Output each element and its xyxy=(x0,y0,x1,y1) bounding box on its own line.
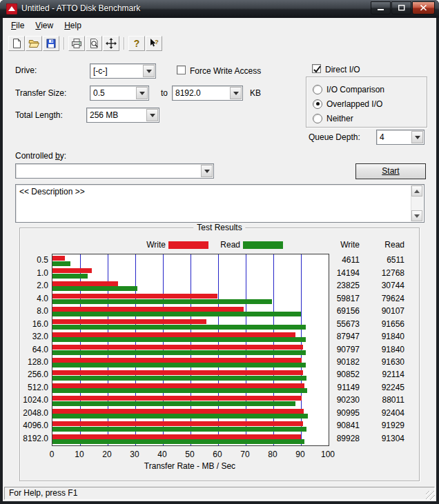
chevron-down-icon[interactable] xyxy=(146,109,158,121)
value-read: 88011 xyxy=(382,395,404,405)
x-tick-label: 70 xyxy=(240,450,249,459)
bar-read xyxy=(52,388,307,393)
new-button[interactable] xyxy=(8,36,25,51)
menu-file[interactable]: File xyxy=(6,19,30,32)
x-tick-label: 20 xyxy=(102,450,111,459)
print-icon xyxy=(71,38,82,49)
description-scrollbar[interactable] xyxy=(411,185,423,221)
value-read: 91304 xyxy=(382,434,404,443)
value-read: 90107 xyxy=(382,306,404,316)
force-write-access-checkbox[interactable] xyxy=(177,65,186,74)
print-button[interactable] xyxy=(68,36,85,51)
value-read: 6511 xyxy=(387,255,404,265)
scroll-up-icon[interactable] xyxy=(411,185,422,196)
category-label: 16.0 xyxy=(32,319,48,329)
x-axis-title: Transfer Rate - MB / Sec xyxy=(52,461,328,471)
transfer-size-label: Transfer Size: xyxy=(15,88,66,98)
bar-read xyxy=(52,363,306,367)
bar-read xyxy=(52,261,70,266)
value-read: 92114 xyxy=(382,370,404,379)
x-tick-label: 10 xyxy=(75,450,84,459)
radio-circle-icon[interactable] xyxy=(313,85,322,94)
bar-write xyxy=(52,294,217,299)
x-tick-label: 30 xyxy=(130,450,139,459)
menu-view[interactable]: View xyxy=(30,19,59,32)
close-button[interactable] xyxy=(412,1,435,14)
radio-label: Overlapped I/O xyxy=(326,99,382,109)
radio-circle-icon[interactable] xyxy=(313,99,322,109)
toolbar-separator xyxy=(124,37,124,50)
save-icon xyxy=(46,38,57,49)
menu-help[interactable]: Help xyxy=(59,19,87,32)
radio-overlapped-i-o[interactable]: Overlapped I/O xyxy=(313,97,427,111)
radio-label: I/O Comparison xyxy=(326,85,384,94)
chevron-down-icon[interactable] xyxy=(411,131,423,143)
category-label: 2048.0 xyxy=(23,408,48,418)
description-text: << Description >> xyxy=(19,187,85,196)
transfer-size-from-value: 0.5 xyxy=(93,86,105,100)
bar-write xyxy=(52,409,304,414)
maximize-icon xyxy=(398,5,405,11)
x-tick-label: 60 xyxy=(213,450,222,459)
value-read: 91630 xyxy=(382,357,404,367)
start-button[interactable]: Start xyxy=(355,163,426,179)
bar-read xyxy=(52,414,308,419)
category-label: 4096.0 xyxy=(23,421,48,430)
chevron-down-icon[interactable] xyxy=(230,87,242,99)
svg-text:?: ? xyxy=(155,39,159,46)
value-read: 12768 xyxy=(382,268,404,278)
value-read: 30744 xyxy=(382,281,404,290)
radio-neither[interactable]: Neither xyxy=(313,111,427,125)
write-values-column: 4611141942382559817691565567387947907979… xyxy=(311,254,360,445)
drive-select[interactable]: [-c-] xyxy=(90,63,156,79)
category-label: 512.0 xyxy=(28,383,48,392)
bar-write xyxy=(52,370,303,375)
force-write-access-label: Force Write Access xyxy=(190,66,261,76)
value-read: 92404 xyxy=(382,408,404,418)
category-label: 2.0 xyxy=(37,281,48,290)
transfer-size-to-value: 8192.0 xyxy=(175,86,201,100)
bar-read xyxy=(52,337,306,342)
direct-io-label: Direct I/O xyxy=(325,65,360,74)
scroll-down-icon[interactable] xyxy=(411,210,422,221)
bar-read xyxy=(52,312,301,316)
read-column-header: Read xyxy=(356,240,404,250)
open-folder-icon xyxy=(28,38,39,49)
bar-read xyxy=(52,376,306,381)
chevron-down-icon[interactable] xyxy=(201,165,213,177)
chevron-down-icon[interactable] xyxy=(143,65,155,77)
context-help-button[interactable]: ? xyxy=(146,36,162,51)
print-preview-button[interactable] xyxy=(86,36,102,51)
transfer-size-from-select[interactable]: 0.5 xyxy=(90,85,149,101)
queue-depth-select[interactable]: 4 xyxy=(376,130,425,145)
bar-chart-plot xyxy=(52,254,329,446)
direct-io-checkbox[interactable] xyxy=(312,64,321,73)
pan-button[interactable] xyxy=(103,36,119,51)
chevron-down-icon[interactable] xyxy=(136,87,148,99)
drive-value: [-c-] xyxy=(93,64,108,78)
x-tick-label: 0 xyxy=(50,450,55,459)
bar-write xyxy=(52,421,303,426)
x-tick-label: 90 xyxy=(295,450,304,459)
description-box[interactable]: << Description >> xyxy=(15,184,425,223)
status-text: For Help, press F1 xyxy=(4,487,435,500)
controlled-by-select[interactable] xyxy=(15,163,214,179)
to-label: to xyxy=(161,88,168,98)
save-button[interactable] xyxy=(43,36,59,51)
window-title: Untitled - ATTO Disk Benchmark xyxy=(21,0,140,17)
client-area: FileViewHelp ? xyxy=(3,18,436,501)
queue-depth-label: Queue Depth: xyxy=(309,132,360,142)
radio-i-o-comparison[interactable]: I/O Comparison xyxy=(313,82,427,97)
radio-circle-icon[interactable] xyxy=(313,114,322,123)
open-button[interactable] xyxy=(26,36,42,51)
about-button[interactable]: ? xyxy=(128,36,145,51)
transfer-size-to-select[interactable]: 8192.0 xyxy=(172,85,243,101)
app-window: Untitled - ATTO Disk Benchmark FileViewH… xyxy=(0,0,439,504)
resize-grip[interactable] xyxy=(426,491,435,500)
minimize-button[interactable] xyxy=(371,1,391,14)
bar-read xyxy=(52,299,272,304)
category-label: 256.0 xyxy=(28,370,48,379)
maximize-button[interactable] xyxy=(391,1,411,14)
status-bar: For Help, press F1 xyxy=(3,485,436,501)
total-length-select[interactable]: 256 MB xyxy=(86,108,159,123)
